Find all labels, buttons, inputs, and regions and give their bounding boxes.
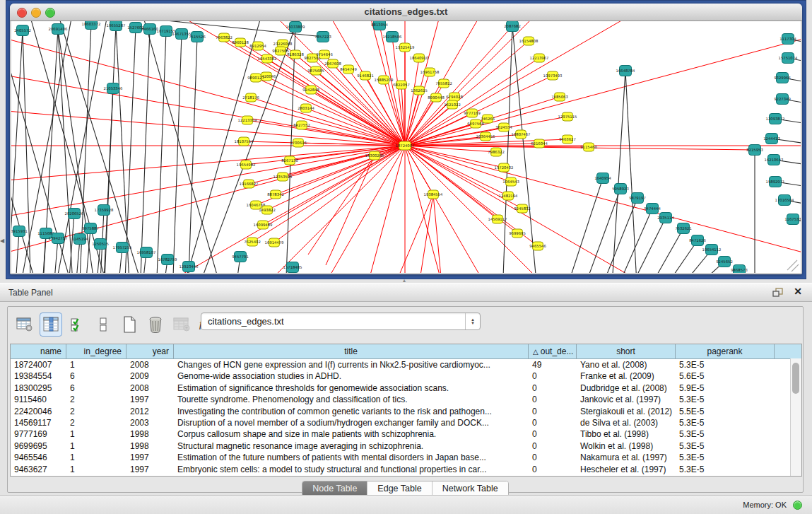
table-cell[interactable]: 1: [66, 440, 126, 452]
table-cell[interactable]: 1: [66, 428, 126, 440]
graph-edge[interactable]: [659, 240, 698, 273]
table-cell[interactable]: Tibbo et al. (1998): [577, 428, 676, 440]
graph-node[interactable]: 16543382: [258, 54, 277, 63]
graph-edge[interactable]: [249, 146, 405, 184]
graph-node[interactable]: 7485063: [551, 93, 568, 101]
graph-edge[interactable]: [267, 59, 405, 146]
panel-collapse-icon[interactable]: ◀: [0, 238, 4, 244]
graph-node[interactable]: 8813054: [371, 21, 388, 30]
graph-node[interactable]: 16099489: [254, 221, 273, 229]
table-cell[interactable]: Corpus callosum shape and size in male p…: [174, 428, 529, 440]
graph-edge[interactable]: [15, 231, 19, 273]
table-cell[interactable]: 5.6E-5: [676, 370, 775, 382]
table-cell[interactable]: 2008: [126, 382, 174, 394]
graph-node[interactable]: 19654982: [237, 160, 256, 169]
graph-node[interactable]: 10655287: [107, 21, 126, 31]
graph-node[interactable]: 20691406: [49, 24, 69, 35]
table-settings-button[interactable]: [13, 313, 36, 337]
graph-node[interactable]: 19384554: [424, 190, 444, 199]
graph-node[interactable]: 746266: [481, 115, 495, 123]
table-cell[interactable]: Disruption of a novel member of a sodium…: [174, 417, 529, 428]
tab-node-table[interactable]: Node Table: [302, 481, 367, 496]
table-cell[interactable]: 18300295: [11, 382, 66, 394]
table-cell[interactable]: 5.9E-5: [676, 382, 775, 394]
graph-edge[interactable]: [405, 146, 801, 273]
graph-node[interactable]: 2087682: [504, 21, 521, 32]
table-cell[interactable]: 5.3E-5: [676, 428, 775, 440]
graph-node[interactable]: 16961758: [420, 68, 440, 76]
table-cell[interactable]: Embryonic stem cells: a model to study s…: [174, 464, 529, 475]
graph-edge[interactable]: [308, 156, 375, 255]
graph-node[interactable]: 2935114: [657, 213, 674, 223]
table-cell[interactable]: 9115460: [11, 394, 66, 405]
graph-node[interactable]: 21053346: [104, 83, 124, 94]
graph-node[interactable]: 9474444: [644, 204, 661, 214]
table-row[interactable]: 911546021997Tourette syndrome. Phenomeno…: [11, 394, 801, 405]
graph-node[interactable]: 10654112: [702, 245, 722, 255]
table-cell[interactable]: Changes of HCN gene expression and I(f) …: [174, 359, 529, 370]
table-cell[interactable]: 2: [66, 394, 126, 405]
table-selector[interactable]: citations_edges.txt ▲▼: [201, 313, 481, 330]
table-cell[interactable]: 2008: [126, 359, 174, 370]
graph-node[interactable]: 1167533: [784, 214, 801, 225]
column-header-in_degree[interactable]: in_degree: [66, 344, 126, 358]
graph-node[interactable]: 7625402: [244, 238, 261, 246]
graph-node[interactable]: 1244413: [763, 134, 780, 144]
graph-edge[interactable]: [613, 209, 652, 273]
graph-node[interactable]: 2405572: [14, 25, 31, 36]
graph-node[interactable]: 7515526: [189, 32, 206, 42]
graph-node[interactable]: 7632621: [675, 223, 692, 234]
graph-edge[interactable]: [172, 34, 182, 273]
table-cell[interactable]: 5.3E-5: [676, 417, 775, 428]
graph-node[interactable]: 3915931: [11, 226, 28, 237]
graph-node[interactable]: 1117304: [779, 34, 796, 45]
table-cell[interactable]: 1998: [126, 428, 174, 440]
graph-edge[interactable]: [392, 37, 405, 146]
graph-node[interactable]: 1621022: [444, 100, 461, 109]
graph-node[interactable]: 19218506: [383, 32, 403, 42]
graph-node[interactable]: 15718485: [283, 262, 302, 273]
graph-node[interactable]: 8960128: [232, 38, 249, 47]
graph-node[interactable]: 18603372: [82, 21, 101, 30]
table-cell[interactable]: Estimation of significance thresholds fo…: [174, 382, 529, 394]
graph-node[interactable]: 8454749: [340, 65, 357, 74]
graph-edge[interactable]: [581, 189, 620, 273]
table-cell[interactable]: Investigating the contribution of common…: [174, 406, 529, 417]
table-cell[interactable]: Hescheler et al. (1997): [577, 464, 676, 475]
graph-node[interactable]: 16958107: [137, 247, 156, 258]
graph-node[interactable]: 9146821: [357, 71, 374, 80]
network-canvas[interactable]: 2405572206914061860337210655287152760284…: [11, 21, 801, 273]
table-cell[interactable]: Nakamura et al. (1997): [577, 452, 676, 463]
table-cell[interactable]: 0: [529, 452, 577, 463]
table-cell[interactable]: 22420046: [11, 406, 66, 417]
graph-node[interactable]: 6794028: [446, 93, 463, 101]
graph-node[interactable]: 2803144: [298, 104, 314, 112]
graph-node[interactable]: 17359928: [95, 205, 114, 216]
table-cell[interactable]: 14569117: [11, 417, 66, 428]
graph-node[interactable]: 17016504: [775, 195, 795, 206]
table-cell[interactable]: Genome-wide association studies in ADHD.: [174, 370, 529, 382]
table-row[interactable]: 946554611997Estimation of the future num…: [11, 452, 801, 463]
clear-row-selection-button[interactable]: [92, 313, 114, 337]
graph-edge[interactable]: [188, 37, 197, 273]
graph-edge[interactable]: [195, 27, 295, 273]
graph-node[interactable]: 15751074: [779, 53, 799, 64]
table-cell[interactable]: 1: [66, 452, 126, 463]
column-header-short[interactable]: short: [577, 344, 676, 358]
table-cell[interactable]: 19384554: [11, 370, 66, 382]
graph-node[interactable]: 10807467: [512, 130, 531, 139]
graph-edge[interactable]: [405, 21, 570, 146]
table-cell[interactable]: 18724007: [11, 359, 66, 370]
graph-node[interactable]: 12093872: [766, 114, 785, 124]
graph-edge[interactable]: [611, 71, 625, 273]
table-cell[interactable]: de Silva et al. (2003): [577, 417, 676, 428]
table-row[interactable]: 2242004622012Investigating the contribut…: [11, 406, 801, 417]
table-cell[interactable]: 0: [529, 382, 577, 394]
table-cell[interactable]: 6: [66, 370, 126, 382]
table-row[interactable]: 1830029562008Estimation of significance …: [11, 382, 801, 394]
graph-node[interactable]: 12213359: [238, 116, 257, 124]
table-cell[interactable]: Stergiakouli et al. (2012): [577, 406, 676, 417]
table-cell[interactable]: Wolkin et al. (1998): [577, 440, 676, 452]
select-all-rows-button[interactable]: [66, 313, 88, 337]
graph-node[interactable]: 16154808: [519, 37, 539, 45]
